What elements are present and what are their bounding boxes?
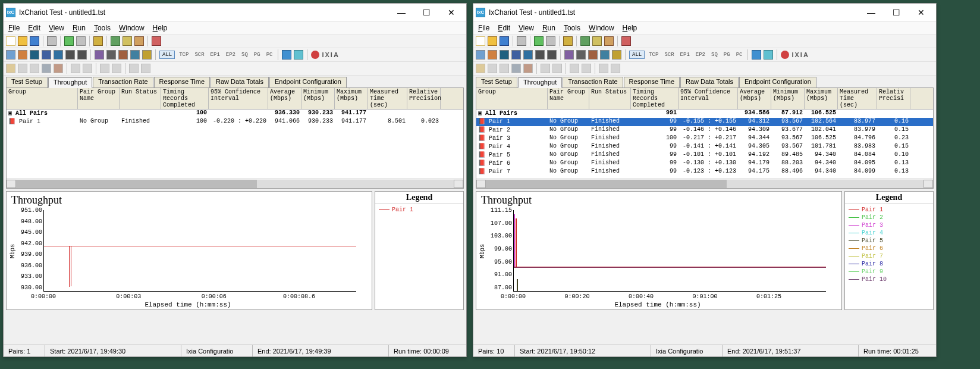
menu-tools[interactable]: Tools	[94, 24, 111, 32]
menu-file[interactable]: File	[478, 24, 489, 32]
cam2-icon[interactable]	[77, 50, 87, 60]
col-header[interactable]: Pair Group Name	[548, 88, 589, 109]
tab-response-time[interactable]: Response Time	[624, 77, 680, 87]
new-icon[interactable]	[6, 36, 15, 46]
scroll-left-icon[interactable]	[7, 180, 16, 188]
tab-raw-data-totals[interactable]: Raw Data Totals	[680, 77, 739, 87]
legend-item[interactable]: Pair 4	[849, 229, 929, 237]
star-icon[interactable]	[142, 50, 152, 60]
tab-transaction-rate[interactable]: Transaction Rate	[93, 77, 153, 87]
brush-icon[interactable]	[106, 50, 116, 60]
col-header[interactable]: Timing Records Completed	[631, 88, 679, 109]
col-header[interactable]: Average (Mbps)	[268, 88, 301, 109]
img-icon[interactable]	[42, 64, 51, 73]
pg-button[interactable]: PG	[722, 51, 732, 58]
menu-edit[interactable]: Edit	[498, 24, 510, 32]
legend-item[interactable]: Pair 10	[849, 276, 929, 283]
col-header[interactable]: Maximum (Mbps)	[335, 88, 368, 109]
tcp-button[interactable]: TCP	[647, 51, 660, 58]
sep6-icon[interactable]	[611, 64, 620, 73]
tcp-button[interactable]: TCP	[177, 51, 190, 58]
menu-run[interactable]: Run	[542, 24, 555, 32]
tab-raw-data-totals[interactable]: Raw Data Totals	[211, 77, 269, 87]
key-icon[interactable]	[563, 36, 573, 46]
legend-item[interactable]: Pair 5	[849, 237, 929, 245]
menu-file[interactable]: File	[8, 24, 20, 32]
menu-window[interactable]: Window	[119, 24, 145, 32]
flow-icon[interactable]	[18, 50, 27, 60]
brush-icon[interactable]	[576, 50, 586, 60]
legend-item[interactable]: Pair 6	[849, 245, 929, 252]
col-header[interactable]: Group	[7, 88, 78, 109]
sep4-icon[interactable]	[112, 64, 121, 73]
open-icon[interactable]	[18, 36, 27, 46]
sep2-icon[interactable]	[541, 64, 550, 73]
minimize-button[interactable]: —	[389, 5, 414, 20]
save-icon[interactable]	[30, 36, 39, 46]
sep3-icon[interactable]	[552, 64, 562, 73]
del-icon[interactable]	[134, 36, 144, 46]
col-header[interactable]: 95% Confidence Interval	[679, 88, 738, 109]
col-header[interactable]: Run Status	[120, 88, 161, 109]
cam1-icon[interactable]	[65, 50, 75, 60]
menu-help[interactable]: Help	[623, 24, 637, 32]
grid2-icon[interactable]	[570, 64, 579, 73]
table-row[interactable]: 📕 Pair 4No GroupFinished99-0.141 : +0.14…	[476, 143, 933, 151]
gray2-icon[interactable]	[500, 64, 509, 73]
legend-item[interactable]: Pair 8	[849, 260, 929, 268]
help-icon[interactable]	[752, 50, 761, 60]
ep1-button[interactable]: EP1	[679, 51, 692, 58]
book-icon[interactable]	[294, 50, 303, 60]
col-header[interactable]: Maximum (Mbps)	[805, 88, 838, 109]
tab-throughput[interactable]: Throughput	[518, 77, 562, 88]
print-icon[interactable]	[47, 36, 56, 46]
tab-throughput[interactable]: Throughput	[48, 77, 92, 88]
ep1-button[interactable]: EP1	[209, 51, 222, 58]
sq-button[interactable]: SQ	[240, 51, 250, 58]
pal2-icon[interactable]	[523, 64, 533, 73]
stop-icon[interactable]	[76, 36, 86, 46]
close-button[interactable]: ✕	[909, 5, 934, 20]
ep2-button[interactable]: EP2	[224, 51, 237, 58]
tab-transaction-rate[interactable]: Transaction Rate	[563, 77, 623, 87]
close-button[interactable]: ✕	[439, 5, 464, 20]
menu-run[interactable]: Run	[73, 24, 86, 32]
tab-test-setup[interactable]: Test Setup	[476, 77, 517, 87]
pen-icon[interactable]	[564, 50, 574, 60]
open-icon[interactable]	[488, 36, 497, 46]
print-icon[interactable]	[517, 36, 526, 46]
flow-icon[interactable]	[488, 50, 497, 60]
pal2-icon[interactable]	[54, 64, 63, 73]
menu-tools[interactable]: Tools	[564, 24, 580, 32]
help-icon[interactable]	[282, 50, 291, 60]
scr-button[interactable]: SCR	[662, 51, 676, 58]
mon-icon[interactable]	[523, 50, 533, 60]
add-icon[interactable]	[111, 36, 120, 46]
stop-icon[interactable]	[546, 36, 555, 46]
save-icon[interactable]	[500, 36, 509, 46]
hscrollbar[interactable]	[476, 179, 933, 188]
col-header[interactable]: Minimum (Mbps)	[301, 88, 335, 109]
table-row[interactable]: 📕 Pair 7No GroupFinished99-0.123 : +0.12…	[476, 168, 933, 176]
col-header[interactable]: Run Status	[589, 88, 631, 109]
pal-icon[interactable]	[588, 50, 598, 60]
col-header[interactable]: Timing Records Completed	[161, 88, 209, 109]
net-icon[interactable]	[42, 50, 51, 60]
hscrollbar[interactable]	[7, 179, 463, 188]
col-header[interactable]: Pair Group Name	[78, 88, 120, 109]
tab-endpoint-configuration[interactable]: Endpoint Configuration	[269, 77, 347, 87]
img-icon[interactable]	[511, 64, 521, 73]
gray2-icon[interactable]	[30, 64, 39, 73]
summary-row[interactable]: ▣ All Pairs100936.330930.233941.177	[7, 110, 463, 118]
sep6-icon[interactable]	[141, 64, 150, 73]
scroll-right-icon[interactable]	[924, 180, 933, 188]
col-header[interactable]: Average (Mbps)	[738, 88, 771, 109]
table-row[interactable]: 📕 Pair 1No GroupFinished100-0.220 : +0.2…	[7, 118, 463, 126]
menu-help[interactable]: Help	[153, 24, 168, 32]
key-icon[interactable]	[93, 36, 103, 46]
x-icon[interactable]	[621, 36, 631, 46]
col-header[interactable]: Measured Time (sec)	[368, 88, 407, 109]
pal-icon[interactable]	[118, 50, 128, 60]
titlebar[interactable]: IxCIxChariot Test - untitled1.tst—☐✕	[473, 4, 936, 21]
cam2-icon[interactable]	[547, 50, 557, 60]
